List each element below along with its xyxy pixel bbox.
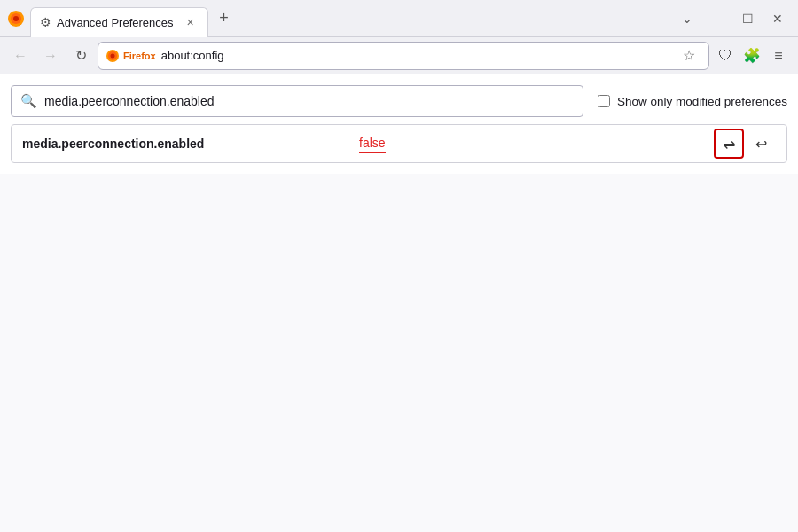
tab-close-button[interactable]: × [183, 14, 199, 30]
preference-name: media.peerconnection.enabled [22, 137, 359, 151]
navbar: ← → ↻ Firefox ☆ 🛡 🧩 ≡ [0, 37, 798, 74]
tab-list-button[interactable]: ⌄ [674, 5, 700, 32]
titlebar: ⚙ Advanced Preferences × + ⌄ — ☐ ✕ [0, 0, 798, 37]
back-button[interactable]: ← [7, 43, 34, 69]
main-content: 🔍 Show only modified preferences media.p… [0, 74, 798, 174]
minimize-button[interactable]: — [704, 5, 731, 32]
nav-right-icons: 🛡 🧩 ≡ [713, 43, 791, 68]
maximize-button[interactable]: ☐ [734, 5, 761, 32]
firefox-icon [106, 49, 120, 63]
tab-bar: ⚙ Advanced Preferences × + [30, 0, 674, 36]
svg-point-2 [13, 16, 19, 21]
new-tab-button[interactable]: + [212, 6, 237, 31]
modified-checkbox[interactable] [598, 95, 610, 107]
url-bar[interactable]: Firefox ☆ [98, 42, 709, 70]
preference-search-input[interactable] [44, 94, 574, 108]
preference-actions: ⇌ ↩ [714, 129, 776, 159]
search-row: 🔍 Show only modified preferences [11, 85, 787, 117]
active-tab[interactable]: ⚙ Advanced Preferences × [30, 7, 208, 37]
firefox-logo-title [7, 10, 25, 27]
svg-point-5 [111, 53, 115, 58]
bookmark-button[interactable]: ☆ [677, 43, 701, 68]
preference-search-wrapper[interactable]: 🔍 [11, 85, 583, 117]
reset-preference-button[interactable]: ↩ [746, 129, 776, 159]
tab-settings-icon: ⚙ [40, 15, 51, 29]
preference-value: false [359, 136, 386, 152]
extensions-button[interactable]: 🧩 [739, 43, 764, 68]
preference-value-wrapper: false [359, 136, 714, 152]
modified-label[interactable]: Show only modified preferences [617, 95, 787, 108]
reload-button[interactable]: ↻ [67, 43, 94, 69]
close-button[interactable]: ✕ [764, 5, 791, 32]
titlebar-controls: ⌄ — ☐ ✕ [674, 5, 791, 32]
modified-checkbox-row: Show only modified preferences [598, 95, 787, 108]
forward-button[interactable]: → [37, 43, 64, 69]
preference-row: media.peerconnection.enabled false ⇌ ↩ [11, 124, 787, 163]
shield-button[interactable]: 🛡 [713, 43, 738, 68]
firefox-url-badge: Firefox [106, 49, 156, 63]
toggle-preference-button[interactable]: ⇌ [714, 129, 744, 159]
menu-button[interactable]: ≡ [766, 43, 791, 68]
firefox-label: Firefox [123, 51, 156, 61]
tab-title: Advanced Preferences [57, 16, 174, 29]
url-input[interactable] [161, 49, 671, 62]
search-icon: 🔍 [20, 93, 37, 109]
